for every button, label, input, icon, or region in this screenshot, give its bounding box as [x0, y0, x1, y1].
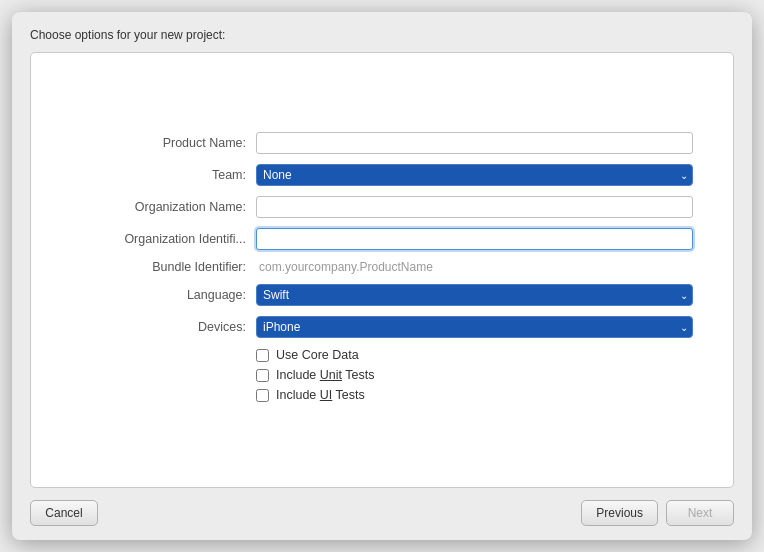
use-core-data-row: Use Core Data — [256, 348, 693, 362]
organization-identifier-row: Organization Identifi... — [71, 228, 693, 250]
devices-select-wrapper: iPhone iPad Universal ⌄ — [256, 316, 693, 338]
product-name-label: Product Name: — [71, 136, 256, 150]
language-label: Language: — [71, 288, 256, 302]
language-row: Language: Swift Objective-C ⌄ — [71, 284, 693, 306]
include-unit-tests-label: Include Unit Tests — [276, 368, 374, 382]
devices-select[interactable]: iPhone iPad Universal — [256, 316, 693, 338]
dialog-footer: Cancel Previous Next — [30, 500, 734, 526]
form-container: Product Name: Team: None ⌄ Organization … — [31, 112, 733, 428]
team-label: Team: — [71, 168, 256, 182]
previous-button[interactable]: Previous — [581, 500, 658, 526]
organization-identifier-label: Organization Identifi... — [71, 232, 256, 246]
next-button[interactable]: Next — [666, 500, 734, 526]
team-select[interactable]: None — [256, 164, 693, 186]
bundle-identifier-row: Bundle Identifier: com.yourcompany.Produ… — [71, 260, 693, 274]
cancel-button[interactable]: Cancel — [30, 500, 98, 526]
use-core-data-label: Use Core Data — [276, 348, 359, 362]
use-core-data-checkbox[interactable] — [256, 349, 269, 362]
ui-underline: UI — [320, 388, 333, 402]
organization-name-label: Organization Name: — [71, 200, 256, 214]
checkboxes-container: Use Core Data Include Unit Tests Include… — [256, 348, 693, 402]
dialog-content: Product Name: Team: None ⌄ Organization … — [30, 52, 734, 488]
include-ui-tests-row: Include UI Tests — [256, 388, 693, 402]
dialog: Choose options for your new project: Pro… — [12, 12, 752, 540]
organization-identifier-input[interactable] — [256, 228, 693, 250]
product-name-row: Product Name: — [71, 132, 693, 154]
bundle-identifier-label: Bundle Identifier: — [71, 260, 256, 274]
include-unit-tests-checkbox[interactable] — [256, 369, 269, 382]
include-ui-tests-checkbox[interactable] — [256, 389, 269, 402]
dialog-header: Choose options for your new project: — [30, 28, 734, 42]
devices-label: Devices: — [71, 320, 256, 334]
product-name-input[interactable] — [256, 132, 693, 154]
navigation-buttons: Previous Next — [581, 500, 734, 526]
organization-name-row: Organization Name: — [71, 196, 693, 218]
organization-name-input[interactable] — [256, 196, 693, 218]
team-select-wrapper: None ⌄ — [256, 164, 693, 186]
bundle-identifier-value: com.yourcompany.ProductName — [256, 260, 433, 274]
language-select-wrapper: Swift Objective-C ⌄ — [256, 284, 693, 306]
devices-row: Devices: iPhone iPad Universal ⌄ — [71, 316, 693, 338]
include-ui-tests-label: Include UI Tests — [276, 388, 365, 402]
language-select[interactable]: Swift Objective-C — [256, 284, 693, 306]
team-row: Team: None ⌄ — [71, 164, 693, 186]
unit-underline: Unit — [320, 368, 342, 382]
include-unit-tests-row: Include Unit Tests — [256, 368, 693, 382]
